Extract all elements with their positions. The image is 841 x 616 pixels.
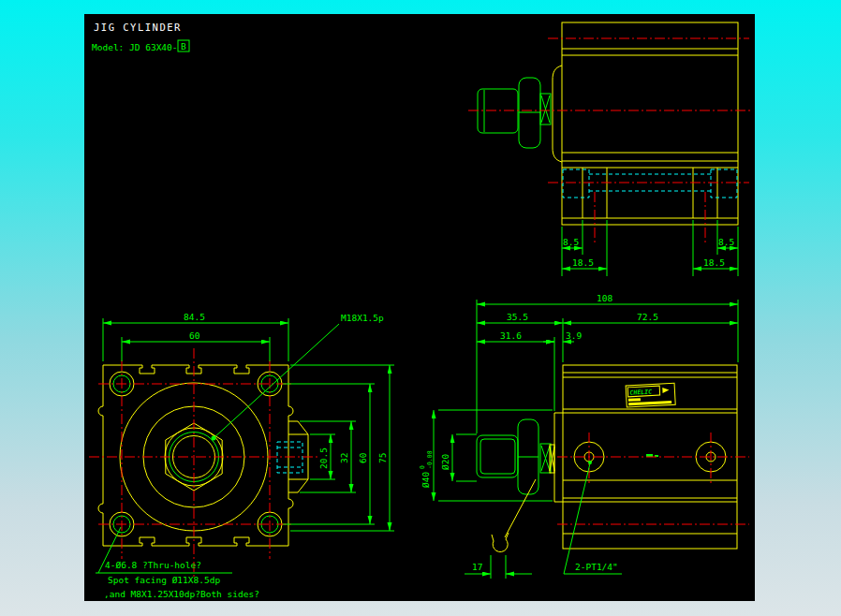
dim-rod-side: 35.5 [507, 312, 528, 322]
model-code: B [181, 41, 186, 51]
dim-left-offset: 8.5 [563, 237, 579, 247]
page-title: JIG CYLINDER [94, 22, 182, 33]
rod-assembly-side [477, 419, 554, 494]
thread-callout: M18X1.5p [341, 313, 384, 323]
dia-boss: Ø40 [420, 472, 431, 488]
drawing-svg: JIG CYLINDER Model: JD 63X40- B [84, 14, 755, 601]
dim-flange: 3.9 [566, 330, 582, 341]
front-view: 84.5 60 M18X1.5p 20.5 32 60 75 [89, 312, 394, 599]
dia-rod: Ø20 [440, 454, 450, 470]
dim-rod-inner: 31.6 [500, 330, 522, 341]
mounting-holes [110, 372, 282, 536]
side-view-dimensions: 108 35.5 72.5 31.6 3.9 Ø40 0 -0.08 Ø20 [419, 293, 738, 579]
top-view: 8.5 18.5 8.5 18.5 [468, 22, 751, 276]
dim-overall: 108 [597, 293, 612, 303]
dia-boss-tol-upper: 0 [419, 465, 426, 469]
port-callout: 2-PT1/4" [575, 562, 618, 572]
hole-notes: 4-Ø6.8 ?Thru-hole? Spot facing Ø11X8.5dp… [96, 527, 259, 599]
dim-hole-spacing: 60 [189, 330, 200, 341]
nameplate: CHELIC [626, 383, 675, 407]
dim-body: 72.5 [637, 312, 658, 322]
dim-wrench-flats: 17 [472, 562, 482, 572]
side-view: CHELIC [419, 293, 749, 579]
top-view-dimensions: 8.5 18.5 8.5 18.5 [562, 220, 738, 276]
dim-right-offset: 8.5 [718, 237, 734, 247]
dia-boss-tol-lower: -0.08 [426, 450, 434, 469]
cad-drawing-canvas[interactable]: JIG CYLINDER Model: JD 63X40- B [84, 14, 755, 601]
dia-boss-callout: Ø40 0 -0.08 [419, 450, 434, 488]
model-label: Model: JD 63X40- [92, 42, 178, 52]
dim-boss: 32 [339, 453, 349, 463]
dim-right-slot: 18.5 [703, 257, 725, 268]
note-line1: 4-Ø6.8 ?Thru-hole? [105, 560, 201, 570]
dim-height: 75 [377, 453, 388, 463]
note-line3: ,and M8X1.25X10dp?Both sides? [104, 589, 259, 599]
dim-hole-spacing-v: 60 [358, 452, 368, 463]
dim-left-slot: 18.5 [572, 257, 594, 268]
nameplate-brand: CHELIC [629, 389, 652, 397]
title-block: JIG CYLINDER Model: JD 63X40- B [92, 22, 189, 52]
rod-assembly-top [478, 78, 551, 148]
wrench-icon [492, 479, 536, 552]
front-view-dimensions: 84.5 60 M18X1.5p 20.5 32 60 75 [103, 312, 394, 531]
note-line2: Spot facing Ø11X8.5dp [108, 575, 220, 585]
dim-width: 84.5 [184, 312, 205, 322]
dim-port-width: 20.5 [318, 447, 329, 469]
